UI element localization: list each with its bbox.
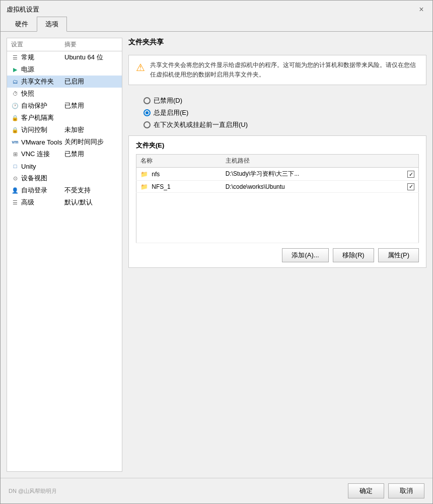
vnc-summary: 已禁用 bbox=[64, 150, 118, 159]
folder-icon-nfs: 📁 bbox=[140, 171, 148, 178]
radio-always-on[interactable]: 总是启用(E) bbox=[143, 108, 426, 117]
folder-name-nfs1: 📁 NFS_1 bbox=[136, 181, 222, 193]
dialog-title: 虚拟机设置 bbox=[7, 5, 39, 14]
access-control-label: 访问控制 bbox=[21, 125, 47, 134]
sidebar-item-device-view[interactable]: ⊙ 设备视图 bbox=[7, 172, 122, 184]
vmware-tools-icon: vm bbox=[11, 138, 19, 146]
table-row[interactable]: 📁 NFS_1 D:\code\works\Ubuntu bbox=[136, 181, 419, 193]
sidebar-item-auto-protect[interactable]: 🕐 自动保护 已禁用 bbox=[7, 100, 122, 112]
access-control-icon: 🔒 bbox=[11, 126, 19, 134]
vnc-icon: ⊞ bbox=[11, 150, 19, 158]
radio-group: 已禁用(D) 总是启用(E) 在下次关机或挂起前一直启用(U) bbox=[128, 96, 426, 129]
advanced-summary: 默认/默认 bbox=[64, 198, 118, 207]
section-title: 文件夹共享 bbox=[128, 38, 426, 47]
sidebar-item-shared-folder[interactable]: 🗂 共享文件夹 已启用 bbox=[7, 76, 122, 88]
auto-protect-icon: 🕐 bbox=[11, 102, 19, 110]
sidebar-item-snapshot[interactable]: ⏱ 快照 bbox=[7, 88, 122, 100]
checkbox-nfs1[interactable] bbox=[407, 183, 414, 190]
power-label: 电源 bbox=[21, 65, 34, 74]
shared-folder-summary: 已启用 bbox=[64, 77, 118, 86]
sidebar-item-power[interactable]: ▶ 电源 bbox=[7, 63, 122, 76]
device-view-label: 设备视图 bbox=[21, 174, 47, 183]
guest-isolation-icon: 🔒 bbox=[11, 114, 19, 122]
close-button[interactable]: × bbox=[416, 5, 426, 15]
folder-checkbox-nfs1[interactable] bbox=[403, 181, 419, 193]
content-area: 设置 摘要 ☰ 常规 Ubuntu 64 位 ▶ 电源 bbox=[1, 32, 432, 478]
auto-login-icon: 👤 bbox=[11, 186, 19, 194]
table-empty-area bbox=[136, 192, 419, 243]
remove-folder-button[interactable]: 移除(R) bbox=[333, 248, 374, 262]
guest-isolation-label: 客户机隔离 bbox=[21, 113, 54, 122]
general-label: 常规 bbox=[21, 53, 34, 62]
power-icon: ▶ bbox=[11, 65, 19, 74]
radio-disabled[interactable]: 已禁用(D) bbox=[143, 96, 426, 105]
vm-settings-dialog: 虚拟机设置 × 硬件 选项 设置 摘要 ☰ 常规 Ubuntu 64 位 bbox=[0, 0, 433, 504]
auto-login-summary: 不受支持 bbox=[64, 186, 118, 195]
advanced-icon: ☰ bbox=[11, 198, 19, 206]
ok-button[interactable]: 确定 bbox=[348, 483, 384, 498]
col-host-path-header: 主机路径 bbox=[222, 155, 403, 168]
table-row[interactable]: 📁 nfs D:\Study\学习资料\大三下... bbox=[136, 168, 419, 181]
folder-checkbox-nfs[interactable] bbox=[403, 168, 419, 181]
auto-protect-label: 自动保护 bbox=[21, 101, 47, 110]
cancel-button[interactable]: 取消 bbox=[388, 483, 424, 498]
col-checkbox-header bbox=[403, 155, 419, 168]
vmware-tools-summary: 关闭时间同步 bbox=[64, 137, 118, 147]
vnc-label: VNC 连接 bbox=[21, 150, 50, 159]
general-summary: Ubuntu 64 位 bbox=[64, 53, 118, 62]
add-folder-button[interactable]: 添加(A)... bbox=[282, 248, 328, 262]
left-panel-header: 设置 摘要 bbox=[7, 38, 122, 51]
radio-until-poweroff-circle bbox=[143, 121, 151, 128]
unity-icon: □ bbox=[11, 162, 19, 170]
title-bar: 虚拟机设置 × bbox=[1, 1, 432, 17]
folder-section: 文件夹(E) 名称 主机路径 📁 nfs bbox=[128, 135, 426, 268]
radio-disabled-circle bbox=[143, 97, 151, 104]
radio-always-on-label: 总是启用(E) bbox=[154, 108, 188, 117]
sidebar-item-vnc[interactable]: ⊞ VNC 连接 已禁用 bbox=[7, 148, 122, 160]
col-name-header: 名称 bbox=[136, 155, 222, 168]
vmware-tools-label: VMware Tools bbox=[21, 138, 62, 146]
footer-note: DN @山风帮助明月 bbox=[9, 483, 57, 498]
sidebar-item-advanced[interactable]: ☰ 高级 默认/默认 bbox=[7, 196, 122, 208]
sidebar-item-auto-login[interactable]: 👤 自动登录 不受支持 bbox=[7, 184, 122, 196]
left-settings-panel: 设置 摘要 ☰ 常规 Ubuntu 64 位 ▶ 电源 bbox=[7, 38, 122, 472]
folder-table: 名称 主机路径 📁 nfs D:\Study\学习资料\大三下... bbox=[136, 154, 419, 243]
tab-hardware[interactable]: 硬件 bbox=[7, 17, 37, 32]
warning-icon: ⚠ bbox=[136, 61, 145, 74]
advanced-label: 高级 bbox=[21, 198, 34, 207]
footer: DN @山风帮助明月 确定 取消 bbox=[1, 478, 432, 503]
radio-always-on-circle bbox=[143, 109, 151, 116]
sidebar-item-vmware-tools[interactable]: vm VMware Tools 关闭时间同步 bbox=[7, 136, 122, 148]
folder-path-nfs: D:\Study\学习资料\大三下... bbox=[222, 168, 403, 181]
col-summary-label: 摘要 bbox=[64, 40, 118, 49]
right-panel: 文件夹共享 ⚠ 共享文件夹会将您的文件显示给虚拟机中的程序。这可能为您的计算机和… bbox=[128, 38, 426, 472]
checkbox-nfs[interactable] bbox=[407, 171, 414, 178]
general-icon: ☰ bbox=[11, 53, 19, 61]
sidebar-item-access-control[interactable]: 🔒 访问控制 未加密 bbox=[7, 124, 122, 136]
radio-disabled-label: 已禁用(D) bbox=[154, 96, 182, 105]
radio-until-poweroff-label: 在下次关机或挂起前一直启用(U) bbox=[154, 120, 248, 129]
unity-label: Unity bbox=[21, 163, 36, 170]
tab-bar: 硬件 选项 bbox=[1, 17, 432, 32]
sidebar-item-unity[interactable]: □ Unity bbox=[7, 160, 122, 172]
shared-folder-icon: 🗂 bbox=[11, 78, 19, 86]
radio-until-poweroff[interactable]: 在下次关机或挂起前一直启用(U) bbox=[143, 120, 426, 129]
col-setting-label: 设置 bbox=[11, 40, 64, 49]
access-control-summary: 未加密 bbox=[64, 125, 118, 134]
warning-box: ⚠ 共享文件夹会将您的文件显示给虚拟机中的程序。这可能为您的计算机和数据带来风险… bbox=[128, 55, 426, 85]
folder-name-nfs: 📁 nfs bbox=[136, 168, 222, 181]
shared-folder-label: 共享文件夹 bbox=[21, 77, 54, 86]
device-view-icon: ⊙ bbox=[11, 174, 19, 182]
snapshot-icon: ⏱ bbox=[11, 90, 19, 98]
auto-protect-summary: 已禁用 bbox=[64, 101, 118, 110]
warning-text: 共享文件夹会将您的文件显示给虚拟机中的程序。这可能为您的计算机和数据带来风险。请… bbox=[150, 60, 419, 80]
auto-login-label: 自动登录 bbox=[21, 186, 47, 195]
snapshot-label: 快照 bbox=[21, 89, 34, 98]
sidebar-item-guest-isolation[interactable]: 🔒 客户机隔离 bbox=[7, 112, 122, 124]
folder-properties-button[interactable]: 属性(P) bbox=[378, 248, 419, 262]
tab-options[interactable]: 选项 bbox=[37, 17, 67, 32]
folder-icon-nfs1: 📁 bbox=[140, 183, 148, 190]
folder-path-nfs1: D:\code\works\Ubuntu bbox=[222, 181, 403, 193]
sidebar-item-general[interactable]: ☰ 常规 Ubuntu 64 位 bbox=[7, 51, 122, 63]
folder-section-title: 文件夹(E) bbox=[136, 141, 419, 150]
